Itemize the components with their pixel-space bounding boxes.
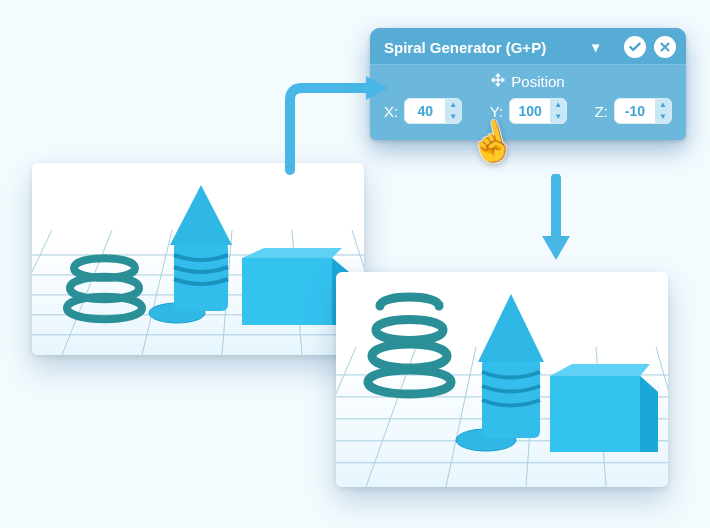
flow-arrow-top <box>280 70 390 180</box>
close-icon[interactable] <box>654 36 676 58</box>
x-input[interactable]: 40 ▲▼ <box>404 98 462 124</box>
panel-title: Spiral Generator (G+P) <box>384 39 581 56</box>
svg-marker-33 <box>640 376 658 452</box>
tower-object <box>170 185 232 311</box>
section-title-position: Position <box>384 73 672 90</box>
svg-rect-13 <box>174 241 228 311</box>
z-stepper[interactable]: ▲▼ <box>655 99 671 123</box>
svg-marker-32 <box>550 364 650 376</box>
svg-marker-34 <box>366 76 388 100</box>
panel-body: Position X: 40 ▲▼ Y: 100 ▲▼ Z: -10 <box>370 65 686 140</box>
svg-marker-14 <box>170 185 232 245</box>
move-icon <box>491 73 505 90</box>
x-value: 40 <box>405 103 445 119</box>
y-stepper[interactable]: ▲▼ <box>550 99 566 123</box>
hex-prism-object <box>242 248 350 325</box>
z-field: Z: -10 ▲▼ <box>595 98 672 124</box>
z-label: Z: <box>595 103 608 120</box>
scene-before <box>32 163 364 355</box>
y-value: 100 <box>510 103 550 119</box>
section-label: Position <box>511 73 564 90</box>
svg-marker-16 <box>242 248 342 258</box>
z-value: -10 <box>615 103 655 119</box>
before-viewport <box>32 163 364 355</box>
y-input[interactable]: 100 ▲▼ <box>509 98 567 124</box>
after-viewport <box>336 272 668 487</box>
spiral-object <box>368 297 451 394</box>
svg-marker-30 <box>478 294 544 362</box>
flow-arrow-bottom <box>536 174 576 264</box>
x-field: X: 40 ▲▼ <box>384 98 462 124</box>
scene-after <box>336 272 668 487</box>
confirm-icon[interactable] <box>624 36 646 58</box>
tower-object <box>478 294 544 438</box>
z-input[interactable]: -10 ▲▼ <box>614 98 672 124</box>
x-stepper[interactable]: ▲▼ <box>445 99 461 123</box>
hex-prism-object <box>550 364 658 452</box>
chevron-down-icon[interactable]: ▼ <box>589 40 602 55</box>
spiral-object <box>67 258 142 319</box>
position-row: X: 40 ▲▼ Y: 100 ▲▼ Z: -10 ▲▼ <box>384 98 672 124</box>
spiral-generator-panel: Spiral Generator (G+P) ▼ Position X: <box>370 28 686 140</box>
panel-header[interactable]: Spiral Generator (G+P) ▼ <box>370 28 686 65</box>
svg-rect-29 <box>482 358 540 438</box>
svg-marker-36 <box>542 236 570 260</box>
